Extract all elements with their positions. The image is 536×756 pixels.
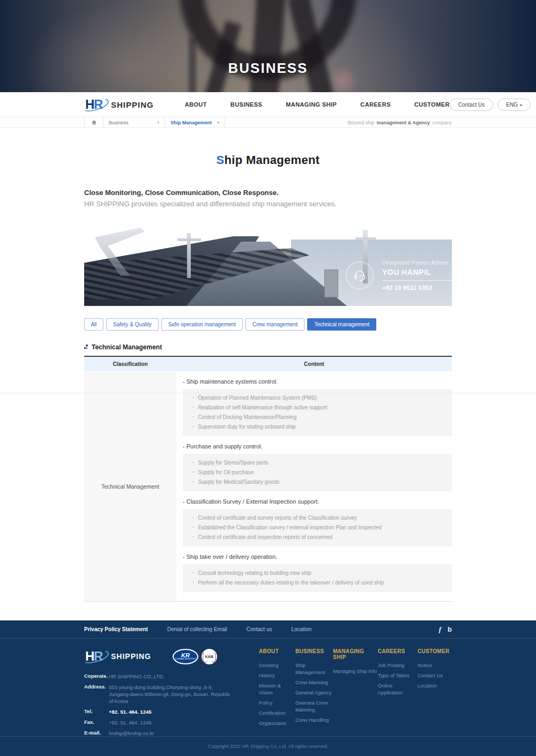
info-label: Coperate.	[84, 673, 109, 680]
list-item: Perform all the necessary duties relatin…	[192, 578, 442, 588]
group-detail-box: Supply for Stores/Spare parts Supply for…	[183, 454, 452, 491]
footer-nav-link[interactable]: Greeting	[259, 662, 295, 669]
footer-column-title[interactable]: CAREERS	[378, 648, 418, 654]
footer-nav-link[interactable]: General Agency	[295, 689, 333, 696]
group-title: - Classification Survey / External Inspe…	[183, 498, 452, 505]
headset-icon: ?	[346, 261, 374, 289]
footer-main: H R SHIPPING KR KOREAN REGISTER KAB	[0, 639, 536, 740]
hero-banner: BUSINESS	[0, 0, 536, 92]
footer-nav-link[interactable]: Certification	[259, 709, 295, 716]
content-cell: - Ship maintenance systems control. Oper…	[176, 372, 452, 601]
footer-column-careers: CAREERS Job Posting Type of Talent Onlin…	[378, 648, 418, 740]
hr-logo-icon: H R	[84, 648, 109, 664]
tab-safe-operation-management[interactable]: Safe operation management	[161, 318, 243, 331]
content-group: - Classification Survey / External Inspe…	[183, 498, 452, 547]
list-item: Established the Classification survey / …	[192, 523, 442, 533]
group-detail-box: Operation of Planned Maintenance System …	[183, 389, 452, 436]
nav-item-customer[interactable]: CUSTOMER	[414, 101, 450, 108]
content-group: - Purchase and supply control. Supply fo…	[183, 443, 452, 491]
tab-all[interactable]: All	[84, 318, 103, 331]
info-value: +82. 51. 464. 1246	[109, 719, 235, 726]
footer-nav-columns: ABOUT Greeting History Mission & Vision …	[259, 648, 452, 740]
main-nav: ABOUT BUSINESS MANAGING SHIP CAREERS CUS…	[185, 101, 450, 108]
footer-nav-link[interactable]: History	[259, 672, 295, 679]
ship-photo-banner: ? Designated Person Ashore YOU HANPIL +8…	[84, 218, 452, 306]
blog-icon[interactable]: b	[448, 625, 452, 633]
page: BUSINESS H R SHIPPING ABOUT BUSINESS MAN…	[0, 0, 536, 756]
table-row: Technical Management - Ship maintenance …	[84, 372, 452, 602]
footer-link-email-denial[interactable]: Denial of collecting Email	[167, 626, 227, 632]
footer-nav-link[interactable]: Organizaion	[259, 720, 295, 727]
copyright: Copyright 2022 HR Shipping Co.,Ltd. All …	[0, 736, 536, 756]
list-item: Consult technology relating to building …	[192, 568, 442, 578]
footer-logo-text: SHIPPING	[111, 652, 151, 661]
ship-equipment-image	[324, 270, 338, 297]
designated-person-phone: +82 10 8511 0352	[382, 285, 452, 291]
content-group: - Ship maintenance systems control. Oper…	[183, 378, 452, 436]
footer-nav-link[interactable]: Notice	[418, 662, 452, 669]
nav-item-business[interactable]: BUSINESS	[230, 101, 262, 108]
footer-column-managing-ship: MANAGING SHIP Managing Ship Info	[333, 648, 378, 740]
site-header: H R SHIPPING ABOUT BUSINESS MANAGING SHI…	[0, 92, 536, 117]
table-header-row: Classification Content	[84, 357, 452, 372]
hero-title: BUSINESS	[0, 60, 536, 77]
footer-column-business: BUSINESS Ship Management Crew Manning Ge…	[295, 648, 333, 740]
footer-nav-link[interactable]: Crew Handling	[295, 716, 333, 723]
tab-safety-quality[interactable]: Safety & Quality	[106, 318, 159, 331]
footer-column-about: ABOUT Greeting History Mission & Vision …	[259, 648, 295, 740]
footer-nav-link[interactable]: Job Posting	[378, 662, 418, 669]
main-content: Ship Management Close Monitoring, Close …	[84, 153, 452, 602]
home-button[interactable]	[84, 117, 103, 128]
footer-nav-link[interactable]: Ship Management	[295, 662, 333, 676]
footer-nav-link[interactable]: Crew Manning	[295, 679, 333, 686]
group-detail-box: Control of certificate and survey report…	[183, 509, 452, 547]
category-tabs: All Safety & Quality Safe operation mana…	[84, 318, 452, 331]
kab-badge: KAB	[202, 649, 217, 664]
footer-column-title[interactable]: ABOUT	[259, 648, 295, 654]
footer-link-contact-us[interactable]: Contact us	[247, 626, 272, 632]
logo-text: SHIPPING	[111, 100, 154, 109]
group-title: - Ship maintenance systems control.	[183, 378, 452, 385]
footer-nav-link[interactable]: Contact Us	[418, 672, 452, 679]
footer-nav-link[interactable]: Policy	[259, 699, 295, 706]
group-title: - Ship take over / delivery operation.	[183, 553, 452, 560]
intro-heading: Close Monitoring, Close Communication, C…	[84, 189, 452, 197]
language-select-button[interactable]: ENG▾	[497, 99, 531, 111]
footer-nav-link[interactable]: Mission & Vision	[259, 682, 295, 696]
intro-subtext: HR SHIPPING provides specialized and dif…	[84, 200, 452, 208]
page-title: Ship Management	[84, 153, 452, 167]
tab-technical-management[interactable]: Technical management	[307, 318, 376, 331]
facebook-icon[interactable]: f	[439, 625, 441, 634]
nav-item-about[interactable]: ABOUT	[185, 101, 207, 108]
footer-link-privacy-policy[interactable]: Privacy Policy Statement	[84, 626, 148, 632]
chevron-down-icon: ▾	[217, 121, 219, 125]
list-item: Supervision duty for visiting onboard sh…	[192, 422, 442, 432]
footer-links-bar: Privacy Policy Statement Denial of colle…	[0, 620, 536, 639]
divider	[382, 280, 452, 281]
footer-nav-link[interactable]: Type of Talent	[378, 672, 418, 679]
svg-text:?: ?	[359, 274, 361, 278]
nav-item-managing-ship[interactable]: MANAGING SHIP	[286, 101, 337, 108]
info-label: Fax.	[84, 719, 109, 726]
nav-item-careers[interactable]: CAREERS	[360, 101, 391, 108]
home-icon	[91, 119, 97, 125]
breadcrumb-dropdown-ship-management[interactable]: Ship Management ▾	[165, 117, 225, 128]
column-header-content: Content	[176, 357, 452, 371]
breadcrumb-dropdown-business[interactable]: Business ▾	[103, 117, 165, 128]
footer-nav-link[interactable]: Location	[418, 682, 452, 689]
footer-column-customer: CUSTOMER Notice Contact Us Location	[418, 648, 452, 740]
footer-column-title[interactable]: MANAGING SHIP	[333, 648, 378, 660]
contact-us-button[interactable]: Contact Us	[450, 99, 493, 111]
footer-nav-link[interactable]: Managing Ship Info	[333, 668, 378, 675]
list-item: Control of certificate and survey report…	[192, 513, 442, 523]
designated-person-label: Designated Person Ashore	[382, 260, 452, 266]
footer-nav-link[interactable]: Oversea Crew Manning	[295, 699, 333, 713]
footer-link-location[interactable]: Location	[291, 626, 311, 632]
list-item: Realization of self-Maintenance through …	[192, 403, 442, 413]
chevron-down-icon: ▾	[520, 103, 522, 108]
footer-column-title[interactable]: BUSINESS	[295, 648, 333, 654]
tab-crew-management[interactable]: Crew management	[245, 318, 304, 331]
footer-nav-link[interactable]: Online Application	[378, 682, 418, 696]
footer-column-title[interactable]: CUSTOMER	[418, 648, 452, 654]
logo[interactable]: H R SHIPPING	[84, 96, 154, 113]
